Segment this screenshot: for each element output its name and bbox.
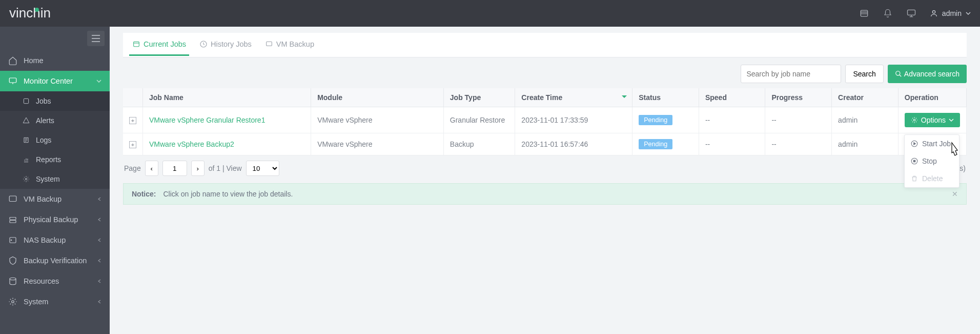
table-row: + VMware vSphere Granular Restore1 VMwar…: [123, 107, 967, 133]
col-creator[interactable]: Creator: [832, 88, 899, 107]
chevron-left-icon: [97, 218, 101, 222]
sidebar-toggle-wrap: [0, 27, 110, 50]
svg-point-1: [35, 8, 39, 12]
pager-page-input[interactable]: [162, 161, 187, 176]
sidebar-item-label: Reports: [36, 155, 61, 164]
job-name-link[interactable]: VMware vSphere Granular Restore1: [149, 116, 265, 124]
history-icon: [199, 40, 208, 48]
sidebar-toggle[interactable]: [87, 31, 105, 46]
svg-point-7: [25, 178, 27, 180]
toolbar: Search Advanced search: [123, 57, 967, 88]
search-input[interactable]: [741, 65, 841, 83]
advanced-search-button[interactable]: Advanced search: [888, 65, 967, 83]
svg-rect-10: [10, 221, 16, 223]
sidebar-item-physical-backup[interactable]: Physical Backup: [0, 209, 110, 230]
notice-label: Notice:: [132, 190, 156, 198]
expand-row-button[interactable]: +: [129, 117, 136, 124]
resources-icon: [8, 277, 17, 286]
col-job-name[interactable]: Job Name: [143, 88, 311, 107]
cell-type: Granular Restore: [443, 107, 515, 133]
col-expand: [123, 88, 143, 107]
pager-size-select[interactable]: 10: [246, 161, 279, 176]
jobs-table: Job Name Module Job Type Create Time Sta…: [123, 88, 967, 155]
sidebar-item-home[interactable]: Home: [0, 50, 110, 71]
sidebar-item-label: Monitor Center: [24, 77, 73, 85]
pager-label: Page: [124, 164, 141, 172]
content: Current Jobs History Jobs VM Backup Sear…: [110, 27, 980, 334]
sidebar-item-resources[interactable]: Resources: [0, 271, 110, 291]
physical-backup-icon: [8, 215, 17, 224]
system-icon: [8, 297, 17, 306]
cell-speed: --: [699, 107, 765, 133]
notice: Notice: Click on job name to view the jo…: [123, 183, 967, 205]
sidebar-item-monitor[interactable]: Monitor Center: [0, 71, 110, 91]
cell-progress: --: [765, 133, 832, 155]
user-icon: [930, 9, 938, 17]
bell-icon[interactable]: [883, 8, 893, 18]
sidebar-item-label: Jobs: [36, 97, 51, 105]
monitor-center-icon: [8, 76, 17, 86]
sidebar-item-logs[interactable]: Logs: [0, 130, 110, 150]
user-menu[interactable]: admin: [930, 9, 971, 17]
expand-row-button[interactable]: +: [129, 141, 136, 148]
col-create-time[interactable]: Create Time: [515, 88, 632, 107]
search-button[interactable]: Search: [845, 65, 883, 83]
svg-point-4: [932, 11, 935, 13]
sidebar-item-jobs[interactable]: Jobs: [0, 91, 110, 111]
svg-rect-16: [266, 42, 272, 46]
cell-module: VMware vSphere: [311, 133, 444, 155]
dropdown-start-job[interactable]: Start Job: [905, 135, 959, 152]
col-speed[interactable]: Speed: [699, 88, 765, 107]
col-job-type[interactable]: Job Type: [443, 88, 515, 107]
tab-vm-backup[interactable]: VM Backup: [262, 34, 317, 56]
chevron-left-icon: [97, 279, 101, 283]
sidebar-item-reports[interactable]: Reports: [0, 150, 110, 169]
col-module[interactable]: Module: [311, 88, 444, 107]
svg-point-13: [10, 278, 16, 280]
status-badge: Pending: [639, 115, 672, 125]
job-name-link[interactable]: VMware vSphere Backup2: [149, 140, 234, 148]
sidebar-item-system-sub[interactable]: System: [0, 169, 110, 189]
topbar: vinchin admin: [0, 0, 980, 27]
sidebar-item-label: Physical Backup: [24, 215, 78, 224]
col-progress[interactable]: Progress: [765, 88, 832, 107]
svg-rect-8: [9, 196, 16, 202]
sidebar-item-label: System: [36, 175, 60, 183]
svg-rect-9: [10, 218, 16, 220]
cell-type: Backup: [443, 133, 515, 155]
dropdown-delete: Delete: [905, 170, 959, 187]
chevron-down-icon: [96, 78, 101, 84]
brand-logo: vinchin: [9, 6, 86, 21]
sidebar-item-alerts[interactable]: Alerts: [0, 111, 110, 130]
notice-close-button[interactable]: ✕: [952, 190, 958, 198]
sidebar-item-backup-verification[interactable]: Backup Verification: [0, 250, 110, 271]
tab-current-jobs[interactable]: Current Jobs: [129, 34, 189, 56]
sidebar-item-label: System: [24, 298, 48, 306]
list-icon: [132, 40, 140, 48]
tab-label: History Jobs: [211, 40, 252, 48]
sidebar-item-nas-backup[interactable]: NAS Backup: [0, 230, 110, 250]
cell-creator: admin: [832, 107, 899, 133]
chevron-left-icon: [97, 259, 101, 263]
cell-module: VMware vSphere: [311, 107, 444, 133]
pager-of: of 1 | View: [209, 164, 242, 172]
svg-point-18: [913, 119, 915, 121]
svg-text:vinchin: vinchin: [9, 6, 51, 21]
sidebar-item-system[interactable]: System: [0, 291, 110, 312]
pager-prev-button[interactable]: ‹: [145, 161, 158, 176]
col-status[interactable]: Status: [632, 88, 699, 107]
vm-icon: [265, 40, 273, 48]
cell-speed: --: [699, 133, 765, 155]
svg-point-14: [12, 301, 14, 303]
list-icon[interactable]: [859, 8, 869, 18]
tab-label: VM Backup: [276, 40, 314, 48]
monitor-icon[interactable]: [906, 8, 916, 18]
sidebar-item-vm-backup[interactable]: VM Backup: [0, 189, 110, 209]
pager-next-button[interactable]: ›: [191, 161, 205, 176]
options-button[interactable]: Options: [905, 113, 960, 127]
tab-history-jobs[interactable]: History Jobs: [196, 34, 255, 56]
table-row: + VMware vSphere Backup2 VMware vSphere …: [123, 133, 967, 155]
sidebar-item-label: Backup Verification: [24, 257, 87, 265]
stop-icon: [911, 158, 918, 165]
dropdown-stop[interactable]: Stop: [905, 152, 959, 170]
